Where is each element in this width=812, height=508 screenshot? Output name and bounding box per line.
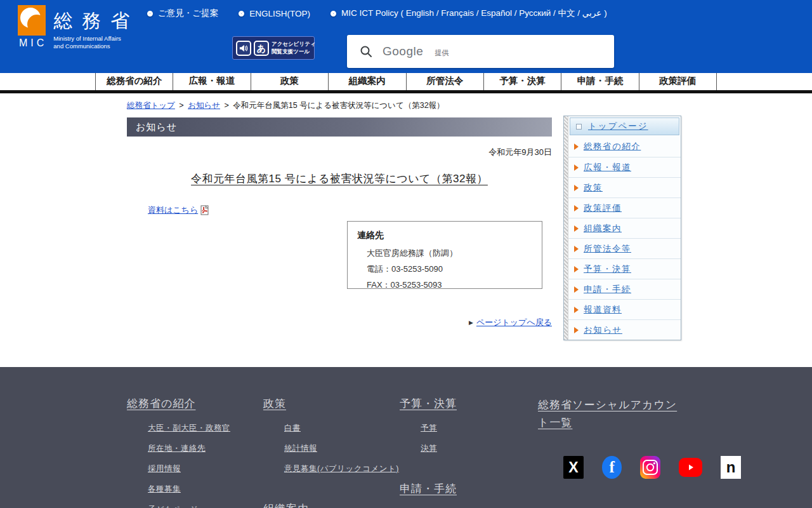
circle-bullet-icon	[147, 11, 153, 17]
footer-link[interactable]: 決算	[421, 444, 437, 453]
section-title: お知らせ	[136, 121, 177, 132]
footer-link[interactable]: 各種募集	[148, 485, 181, 493]
accessibility-label-line2: 閲覧支援ツール	[272, 48, 310, 55]
back-to-top-link[interactable]: ページトップへ戻る	[476, 317, 552, 328]
youtube-icon[interactable]	[679, 458, 702, 477]
global-nav: 総務省の紹介広報・報道政策組織案内所管法令予算・決算申請・手続政策評価	[0, 73, 812, 93]
page: MIC 総務省 Ministry of Internal Affairs and…	[0, 0, 812, 508]
sidebar-item[interactable]: 予算・決算	[568, 258, 681, 279]
footer-social-heading[interactable]: 総務省ソーシャルアカウント一覧	[538, 396, 678, 432]
nav-item[interactable]: 広報・報道	[173, 73, 250, 90]
sidebar-item-link[interactable]: 広報・報道	[584, 162, 631, 173]
sidebar-item[interactable]: 申請・手続	[568, 279, 681, 299]
nav-item[interactable]: 所管法令	[406, 73, 483, 90]
sidebar-item[interactable]: 広報・報道	[568, 157, 681, 177]
footer-link[interactable]: 意見募集(パブリックコメント)	[284, 464, 399, 473]
footer-link-columns: 総務省の紹介大臣・副大臣・政務官所在地・連絡先採用情報各種募集子どもページ政策白…	[127, 367, 538, 508]
breadcrumb-link[interactable]: 総務省トップ	[127, 101, 175, 110]
search-placeholder-provided: 提供	[435, 48, 449, 58]
sidebar-item-link[interactable]: 政策評価	[584, 203, 622, 214]
footer-heading[interactable]: 予算・決算	[400, 396, 538, 411]
sidebar-item[interactable]: お知らせ	[568, 319, 681, 340]
nav-item[interactable]: 総務省の紹介	[95, 73, 173, 90]
facebook-icon[interactable]: f	[602, 456, 622, 479]
breadcrumb-link[interactable]: お知らせ	[188, 101, 220, 110]
sidebar-item-link[interactable]: お知らせ	[584, 324, 622, 336]
footer-link-item: 意見募集(パブリックコメント)	[284, 462, 400, 483]
mic-logo-text: 総務省 Ministry of Internal Affairs and Com…	[53, 5, 139, 51]
triangle-bullet-icon	[574, 327, 579, 333]
footer-links: 白書統計情報意見募集(パブリックコメント)	[263, 422, 400, 483]
sidebar-item[interactable]: 政策	[568, 177, 681, 197]
footer-link-item: 白書	[284, 422, 400, 442]
footer-link[interactable]: 統計情報	[284, 444, 317, 453]
footer-link[interactable]: 採用情報	[148, 464, 181, 473]
footer-link[interactable]: 所在地・連絡先	[148, 444, 206, 453]
sidebar-item[interactable]: 政策評価	[568, 197, 681, 218]
social-icons-row: X f n	[563, 453, 741, 481]
sidebar-item-link[interactable]: 所管法令等	[584, 243, 631, 255]
site-subtitle-line1: Ministry of Internal Affairs	[53, 35, 121, 42]
nav-item[interactable]: 予算・決算	[483, 73, 561, 90]
sidebar-top-link[interactable]: トップページ	[588, 121, 648, 132]
sidebar-item-top-page[interactable]: トップページ	[570, 117, 679, 135]
nav-item[interactable]: 組織案内	[328, 73, 405, 90]
search-icon	[360, 45, 372, 58]
contact-line: 電話：03-5253-5090	[367, 264, 542, 275]
footer-column: 総務省の紹介大臣・副大臣・政務官所在地・連絡先採用情報各種募集子どもページ	[127, 367, 263, 508]
footer-link[interactable]: 白書	[284, 424, 301, 432]
sidebar-item-link[interactable]: 申請・手続	[584, 284, 631, 295]
accessibility-tool-button[interactable]: あ アクセシビリティ 閲覧支援ツール	[232, 36, 315, 60]
search-placeholder-brand: Google	[383, 44, 423, 58]
sidebar-item-link[interactable]: 政策	[584, 182, 603, 194]
sidebar-item[interactable]: 所管法令等	[568, 238, 681, 258]
footer-heading[interactable]: 政策	[263, 396, 400, 411]
sidebar-item[interactable]: 総務省の紹介	[568, 137, 681, 157]
breadcrumb-current: 令和元年台風第15 号による被害状況等について（第32報）	[233, 101, 444, 110]
triangle-bullet-icon	[574, 286, 579, 293]
footer-link-item: 決算	[421, 442, 538, 462]
square-bullet-icon	[576, 124, 582, 130]
circle-bullet-icon	[331, 11, 336, 17]
footer-link-item: 予算	[421, 422, 538, 442]
pdf-icon	[200, 205, 209, 215]
nav-item[interactable]: 政策評価	[639, 73, 716, 90]
material-link[interactable]: 資料はこちら	[148, 204, 198, 216]
breadcrumb: 総務省トップ > お知らせ > 令和元年台風第15 号による被害状況等について（…	[127, 100, 445, 111]
site-header: MIC 総務省 Ministry of Internal Affairs and…	[0, 0, 812, 73]
footer-link[interactable]: 予算	[421, 424, 437, 432]
header-link[interactable]: MIC ICT Policy ( English / Français / Es…	[331, 8, 607, 19]
contact-lines: 大臣官房総務課（防調）電話：03-5253-5090FAX：03-5253-50…	[357, 248, 542, 291]
x-twitter-icon[interactable]: X	[563, 456, 584, 479]
nav-item[interactable]: 政策	[251, 73, 328, 90]
header-links: ご意見・ご提案ENGLISH(TOP)MIC ICT Policy ( Engl…	[147, 8, 607, 19]
mic-logo[interactable]: MIC 総務省 Ministry of Internal Affairs and…	[16, 5, 139, 51]
site-title: 総務省	[53, 11, 139, 30]
breadcrumb-separator: >	[177, 101, 186, 110]
site-search-input[interactable]: Google 提供	[347, 35, 614, 68]
breadcrumb-separator: >	[222, 101, 231, 110]
header-link[interactable]: ENGLISH(TOP)	[239, 9, 310, 18]
footer-heading[interactable]: 組織案内	[263, 502, 400, 508]
facebook-glyph: f	[609, 458, 614, 476]
nav-item[interactable]: 申請・手続	[561, 73, 638, 90]
triangle-bullet-icon	[574, 205, 579, 211]
sidebar-item-link[interactable]: 報道資料	[584, 304, 622, 316]
site-subtitle-line2: and Communications	[53, 43, 110, 50]
sidebar-item[interactable]: 組織案内	[568, 218, 681, 238]
footer-link[interactable]: 子どもページ	[148, 505, 198, 508]
note-icon[interactable]: n	[721, 456, 741, 479]
instagram-icon[interactable]	[640, 456, 660, 479]
sidebar-item-link[interactable]: 組織案内	[584, 223, 622, 234]
arrow-right-icon: ▶	[469, 319, 473, 326]
sidebar-item-link[interactable]: 総務省の紹介	[584, 141, 641, 152]
triangle-bullet-icon	[574, 307, 579, 313]
footer-heading[interactable]: 総務省の紹介	[127, 396, 263, 411]
sidebar-item[interactable]: 報道資料	[568, 299, 681, 319]
footer-link-item: 大臣・副大臣・政務官	[148, 422, 263, 442]
content-area: お知らせ 令和元年9月30日 令和元年台風第15 号による被害状況等について（第…	[127, 117, 552, 359]
header-link[interactable]: ご意見・ご提案	[147, 8, 218, 19]
footer-link[interactable]: 大臣・副大臣・政務官	[148, 424, 230, 432]
footer-heading[interactable]: 申請・手続	[400, 481, 538, 496]
sidebar-item-link[interactable]: 予算・決算	[584, 264, 631, 275]
